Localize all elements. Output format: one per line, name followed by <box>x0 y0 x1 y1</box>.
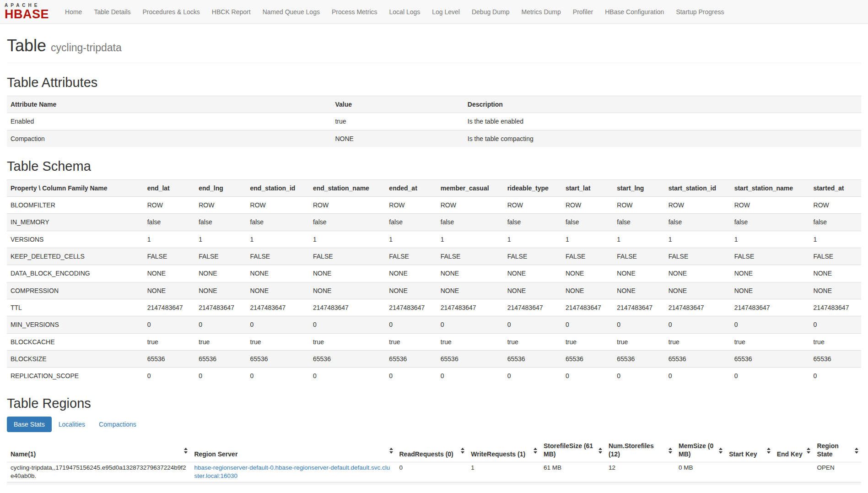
sort-icon[interactable] <box>598 448 603 454</box>
region-numstorefiles-cell: 12 <box>605 462 675 482</box>
regions-header-label: End Key <box>777 450 803 458</box>
schema-value-cell: 0 <box>562 316 613 333</box>
regions-header-memsize-0-mb[interactable]: MemSize (0 MB) <box>675 439 725 462</box>
schema-value-cell: false <box>562 214 613 231</box>
attributes-row: CompactionNONEIs the table compacting <box>7 130 861 147</box>
region-server-link[interactable]: hbase-regionserver-default-0.hbase-regio… <box>194 464 390 479</box>
schema-value-cell: FALSE <box>562 248 613 265</box>
table-attributes-heading: Table Attributes <box>7 75 861 90</box>
schema-family-header: start_station_id <box>665 179 731 196</box>
sort-icon[interactable] <box>461 448 465 454</box>
schema-value-cell: true <box>309 333 385 350</box>
hbase-logo[interactable]: APACHE HBASE <box>5 3 49 21</box>
regions-header-name-1[interactable]: Name(1) <box>7 439 190 462</box>
regions-header-readrequests-0[interactable]: ReadRequests (0) <box>396 439 468 462</box>
regions-header-label: Num.Storefiles (12) <box>609 442 654 458</box>
nav-link-log-level[interactable]: Log Level <box>426 0 466 23</box>
schema-value-cell: 2147483647 <box>309 299 385 316</box>
regions-header-label: Region Server <box>194 450 237 458</box>
schema-value-cell: FALSE <box>613 248 664 265</box>
sort-icon[interactable] <box>807 448 811 454</box>
schema-property-cell: TTL <box>7 299 144 316</box>
schema-value-cell: 65536 <box>195 350 246 367</box>
nav-link-procedures-locks[interactable]: Procedures & Locks <box>137 0 206 23</box>
schema-value-cell: true <box>195 333 246 350</box>
schema-value-cell: 2147483647 <box>613 299 664 316</box>
nav-link-metrics-dump[interactable]: Metrics Dump <box>515 0 566 23</box>
tab-compactions[interactable]: Compactions <box>92 417 143 432</box>
schema-value-cell: ROW <box>810 197 861 214</box>
schema-property-cell: COMPRESSION <box>7 282 144 299</box>
schema-value-cell: false <box>247 214 309 231</box>
schema-value-cell: false <box>195 214 246 231</box>
regions-header-label: WriteRequests (1) <box>471 450 525 458</box>
schema-row: KEEP_DELETED_CELLSFALSEFALSEFALSEFALSEFA… <box>7 248 861 265</box>
schema-value-cell: 0 <box>731 316 810 333</box>
nav-link-table-details[interactable]: Table Details <box>88 0 136 23</box>
nav-link-profiler[interactable]: Profiler <box>567 0 599 23</box>
sort-icon[interactable] <box>719 448 723 454</box>
regions-header-writerequests-1[interactable]: WriteRequests (1) <box>467 439 540 462</box>
schema-value-cell: 65536 <box>810 350 861 367</box>
schema-value-cell: 0 <box>665 316 731 333</box>
nav-link-named-queue-logs[interactable]: Named Queue Logs <box>257 0 326 23</box>
sort-icon[interactable] <box>767 448 771 454</box>
sort-icon[interactable] <box>389 448 394 454</box>
schema-value-cell: NONE <box>504 265 562 282</box>
schema-family-header: end_station_id <box>247 179 309 196</box>
regions-header-storefilesize-61-mb[interactable]: StorefileSize (61 MB) <box>540 439 605 462</box>
regions-header-label: ReadRequests (0) <box>399 450 453 458</box>
nav-link-startup-progress[interactable]: Startup Progress <box>670 0 730 23</box>
schema-value-cell: 2147483647 <box>665 299 731 316</box>
nav-link-hbase-configuration[interactable]: HBase Configuration <box>599 0 670 23</box>
schema-family-header: member_casual <box>437 179 504 196</box>
tab-localities[interactable]: Localities <box>52 417 92 432</box>
schema-value-cell: 2147483647 <box>144 299 195 316</box>
regions-header-region-server[interactable]: Region Server <box>190 439 395 462</box>
schema-value-cell: 65536 <box>144 350 195 367</box>
region-storefilesize-cell: 61 MB <box>540 462 605 482</box>
schema-family-header: end_lat <box>144 179 195 196</box>
sort-icon[interactable] <box>534 448 538 454</box>
schema-value-cell: true <box>247 333 309 350</box>
schema-value-cell: 65536 <box>437 350 504 367</box>
schema-value-cell: ROW <box>504 197 562 214</box>
schema-property-header: Property \ Column Family Name <box>7 179 144 196</box>
schema-value-cell: ROW <box>144 197 195 214</box>
schema-value-cell: NONE <box>437 265 504 282</box>
schema-value-cell: 1 <box>247 231 309 248</box>
schema-value-cell: FALSE <box>195 248 246 265</box>
regions-header-end-key[interactable]: End Key <box>773 439 814 462</box>
schema-value-cell: 0 <box>810 368 861 385</box>
sort-icon[interactable] <box>669 448 673 454</box>
schema-value-cell: ROW <box>385 197 437 214</box>
schema-value-cell: NONE <box>562 282 613 299</box>
regions-header-start-key[interactable]: Start Key <box>725 439 773 462</box>
schema-value-cell: NONE <box>437 282 504 299</box>
nav-link-process-metrics[interactable]: Process Metrics <box>326 0 383 23</box>
sort-icon[interactable] <box>184 448 188 454</box>
regions-header-num-storefiles-12[interactable]: Num.Storefiles (12) <box>605 439 675 462</box>
schema-value-cell: NONE <box>810 282 861 299</box>
nav-link-local-logs[interactable]: Local Logs <box>383 0 426 23</box>
sort-icon[interactable] <box>855 448 859 454</box>
schema-value-cell: 1 <box>309 231 385 248</box>
schema-value-cell: true <box>437 333 504 350</box>
region-server-cell: hbase-regionserver-default-0.hbase-regio… <box>190 462 395 482</box>
tab-base-stats[interactable]: Base Stats <box>7 417 52 432</box>
nav-link-home[interactable]: Home <box>59 0 88 23</box>
attributes-cell: true <box>331 113 464 130</box>
regions-header-region-state[interactable]: Region State <box>813 439 861 462</box>
schema-value-cell: NONE <box>613 265 664 282</box>
nav-link-debug-dump[interactable]: Debug Dump <box>466 0 516 23</box>
schema-row: DATA_BLOCK_ENCODINGNONENONENONENONENONEN… <box>7 265 861 282</box>
schema-row: IN_MEMORYfalsefalsefalsefalsefalsefalsef… <box>7 214 861 231</box>
schema-row: REPLICATION_SCOPE000000000000 <box>7 368 861 385</box>
nav-link-hbck-report[interactable]: HBCK Report <box>206 0 257 23</box>
schema-value-cell: 65536 <box>613 350 664 367</box>
nav-item: HBCK Report <box>206 0 257 23</box>
schema-value-cell: 65536 <box>562 350 613 367</box>
schema-value-cell: 65536 <box>385 350 437 367</box>
schema-property-cell: DATA_BLOCK_ENCODING <box>7 265 144 282</box>
schema-value-cell: 2147483647 <box>810 299 861 316</box>
